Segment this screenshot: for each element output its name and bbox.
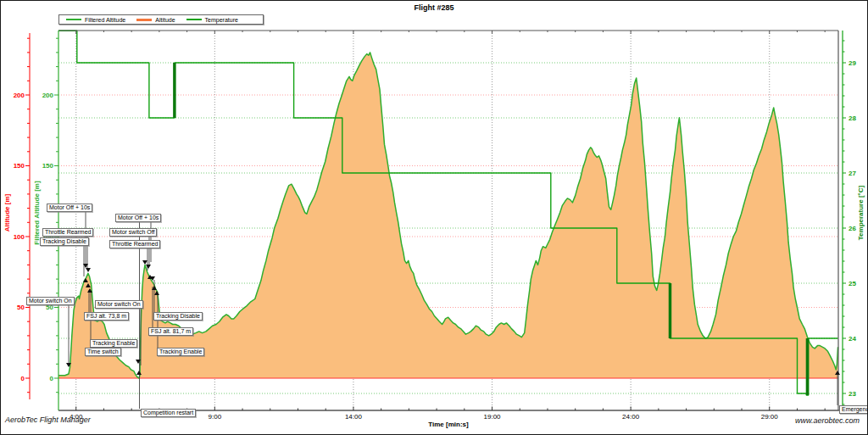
temperature-axis: 23242526272829 <box>843 31 856 410</box>
tick-label: 50 <box>17 304 25 311</box>
tick-label: 23 <box>849 390 856 398</box>
temperature-axis-title: Temperature [°C] <box>857 162 865 264</box>
tick-label: 0 <box>21 375 25 382</box>
annotation-label: Emergency r <box>839 405 868 414</box>
flight-chart-window: Flight #285 Filtered Altitude Altitude T… <box>0 0 868 435</box>
tick-label: 19:00 <box>484 413 502 421</box>
annotation-label: FSJ alt. 73,8 m <box>84 312 129 321</box>
tick-label: 200 <box>42 92 54 99</box>
annotation-label: Motor Off + 10s <box>115 214 161 222</box>
tick-label: 0 <box>50 375 54 382</box>
tick-label: 24:00 <box>622 413 640 421</box>
tick-label: 150 <box>42 162 54 170</box>
annotation-label: Motor Off + 10s <box>47 204 92 212</box>
annotation-label: Tracking Disable <box>40 237 89 246</box>
tick-label: 29 <box>849 59 856 67</box>
tick-label: 9:00 <box>209 413 222 421</box>
tick-label: 28 <box>849 114 856 122</box>
annotation-label: Time switch <box>85 348 121 356</box>
altitude-axis-title: Altitude [m] <box>3 162 12 264</box>
annotation-label: Motor switch On <box>26 297 75 305</box>
annotation-label: Throttle Rearmed <box>42 228 93 237</box>
tick-label: 24 <box>849 335 856 343</box>
tick-label: 200 <box>14 92 25 99</box>
tick-label: 100 <box>14 233 25 241</box>
annotation-label: Motor switch Off <box>109 228 157 237</box>
app-name-text: AerobTec Flight Manager <box>5 415 91 424</box>
website-text: www.aerobtec.com <box>795 416 860 425</box>
filtered-altitude-axis-title: Filtered Altitude [m] <box>33 162 42 264</box>
annotation-label: Competition restart <box>141 409 196 417</box>
tick-label: 14:00 <box>345 413 363 421</box>
time-axis-title: Time [min:s] <box>406 421 491 428</box>
tick-label: 25 <box>849 280 856 287</box>
down-arrow-marker <box>142 260 147 265</box>
filtered-altitude-axis: 050100150200 <box>42 38 58 393</box>
down-arrow-marker <box>86 268 91 272</box>
annotation-label: FSJ alt. 81,7 m <box>148 327 193 336</box>
tick-label: 27 <box>849 170 856 177</box>
tick-label: 26 <box>849 225 856 232</box>
annotation-label: Tracking Enable <box>90 339 137 348</box>
tick-label: 29:00 <box>761 413 779 421</box>
tick-label: 150 <box>14 162 25 170</box>
annotation-label: Tracking Enable <box>157 348 204 356</box>
annotation-label: Tracking Disable <box>153 312 203 321</box>
annotation-label: Throttle Rearmed <box>109 240 160 248</box>
altitude-axis: 050100150200 <box>14 33 30 399</box>
annotation-label: Motor switch On <box>95 300 143 309</box>
